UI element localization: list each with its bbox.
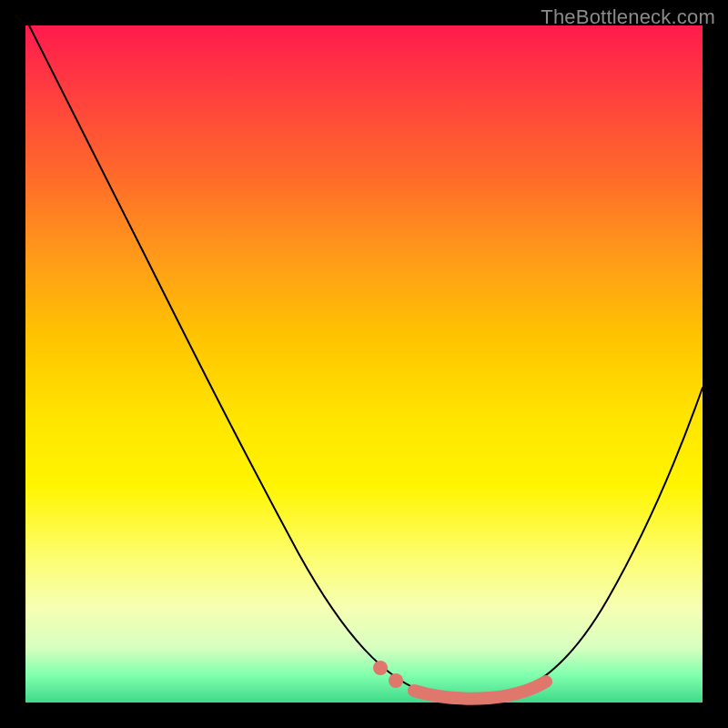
- highlight-segment: [414, 682, 546, 699]
- highlight-dot-2: [389, 673, 403, 688]
- highlight-dot-1: [373, 661, 388, 675]
- bottleneck-curve: [29, 25, 703, 699]
- bottleneck-plot: [25, 25, 703, 703]
- watermark-text: TheBottleneck.com: [541, 5, 715, 29]
- chart-canvas: [25, 25, 703, 703]
